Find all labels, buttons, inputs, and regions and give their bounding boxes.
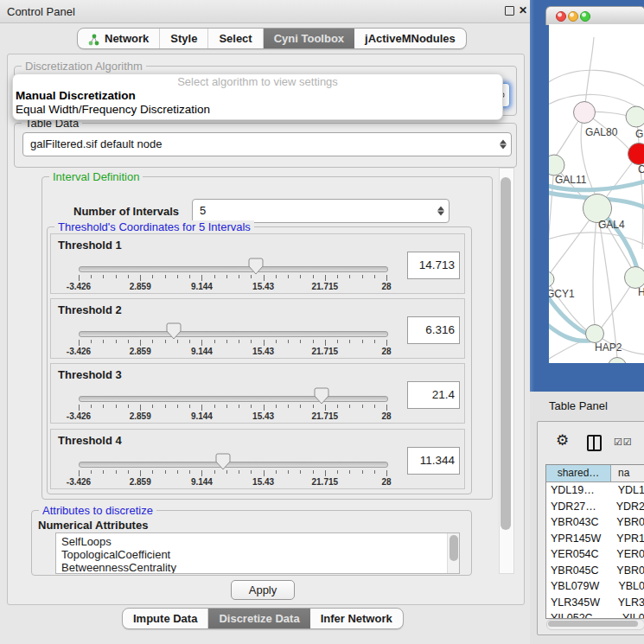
close-icon[interactable]: ✕	[519, 4, 527, 16]
tab-select[interactable]: Select	[208, 29, 263, 48]
attributes-group-title: Attributes to discretize	[39, 504, 156, 517]
slider-track[interactable]	[79, 331, 388, 337]
popup-item-equal-width-frequency-discretization[interactable]: Equal Width/Frequency Discretization	[13, 103, 502, 117]
slider-track[interactable]	[79, 266, 388, 272]
slider-tick-label: 28	[381, 411, 391, 421]
table-row[interactable]: YBR043CYBR0	[546, 514, 644, 531]
zoom-light[interactable]	[580, 11, 590, 22]
attribute-list-item[interactable]: TopologicalCoefficient	[56, 548, 459, 561]
tab-style[interactable]: Style	[160, 29, 208, 48]
threshold-value-field[interactable]: 21.4	[407, 381, 460, 409]
table-data-combobox[interactable]: galFiltered.sif default node	[22, 132, 512, 156]
slider-tick-label: 21.715	[312, 477, 339, 487]
table-row[interactable]: YBR045CYBR0	[546, 563, 644, 579]
slider-tick-label: 9.144	[191, 347, 213, 356]
table-row[interactable]: YBL079WYBL0	[546, 578, 644, 595]
threshold-value-field[interactable]: 6.316	[407, 316, 460, 344]
table-row[interactable]: YPR145WYPR1	[546, 531, 644, 547]
popup-item-manual-discretization[interactable]: Manual Discretization	[13, 89, 502, 103]
table-cell-shared-name: YBL079W	[546, 578, 611, 595]
interval-definition-title: Interval Definition	[49, 170, 143, 183]
numerical-attributes-list[interactable]: SelfLoopsTopologicalCoefficientBetweenne…	[55, 532, 460, 574]
slider-tick-label: 2.859	[130, 282, 151, 291]
table-row[interactable]: YDL19…YDL1	[546, 482, 644, 499]
network-node-hap2[interactable]	[586, 325, 604, 343]
slider-tick-label: -3.426	[67, 282, 91, 291]
bottom-tabbar: Impute DataDiscretize DataInfer Network	[122, 608, 404, 629]
table-row[interactable]: YLR345WYLR3	[546, 595, 644, 611]
slider-tick-label: 15.43	[252, 411, 274, 421]
slider-tick	[288, 275, 289, 278]
slider-thumb[interactable]	[248, 258, 264, 275]
threshold-value-field[interactable]: 14.713	[407, 252, 460, 279]
attributes-list-scrollbar[interactable]	[447, 533, 459, 573]
slider-tick	[300, 470, 301, 474]
attribute-list-item[interactable]: BetweennessCentrality	[56, 561, 459, 574]
table-row[interactable]: YDR27…YDR2	[546, 499, 644, 515]
slider-tick-label: 9.144	[191, 282, 213, 291]
threshold-value-field[interactable]: 11.344	[407, 447, 460, 475]
slider-thumb[interactable]	[215, 453, 231, 470]
gear-icon[interactable]: ⚙	[556, 431, 569, 450]
network-node-gal11[interactable]	[549, 155, 564, 175]
checkboxes-icon[interactable]: ☑☑	[614, 437, 633, 448]
slider-tick	[264, 470, 265, 476]
slider-track[interactable]	[79, 396, 388, 402]
tab-jactivemnodules[interactable]: jActiveMNodules	[354, 29, 466, 48]
slider-tick	[177, 340, 178, 343]
slider-thumb[interactable]	[166, 322, 182, 340]
threshold-1-panel: Threshold 1-3.4262.8599.14415.4321.71528…	[50, 233, 465, 294]
top-tabbar: NetworkStyleSelectCyni ToolboxjActiveMNo…	[77, 28, 467, 49]
thresholds-group-title: Threshold's Coordinates for 5 Intervals	[54, 220, 254, 233]
network-node-g[interactable]	[626, 106, 644, 127]
slider-thumb[interactable]	[314, 387, 329, 405]
slider-tick	[362, 340, 363, 343]
slider-tick	[325, 470, 326, 476]
tab-impute-data[interactable]: Impute Data	[123, 609, 208, 628]
table-header-shared[interactable]: shared…	[546, 465, 611, 481]
slider-tick	[128, 405, 129, 408]
number-of-intervals-combobox[interactable]: 5	[192, 199, 450, 223]
network-view-canvas[interactable]: GAL80GCGAL11GAL4GCY1HHAP2	[549, 24, 644, 363]
slider-tick-label: -3.426	[67, 477, 91, 487]
attribute-list-item[interactable]: SelfLoops	[56, 535, 459, 548]
float-icon[interactable]	[505, 6, 514, 16]
slider-tick	[300, 275, 301, 278]
table-header-name[interactable]: na	[611, 465, 644, 481]
tab-cyni-toolbox[interactable]: Cyni Toolbox	[264, 29, 354, 48]
network-window-titlebar[interactable]	[545, 6, 644, 25]
network-node-label: GAL4	[598, 219, 625, 231]
network-node-gal80[interactable]	[574, 102, 596, 124]
network-node-gcy1[interactable]	[549, 271, 554, 287]
close-light[interactable]	[556, 11, 566, 22]
slider-tick	[288, 405, 289, 408]
slider-tick	[79, 275, 80, 281]
slider-tick	[140, 275, 141, 281]
table-row[interactable]: YER054CYER0	[546, 546, 644, 563]
slider-tick-label: -3.426	[67, 347, 91, 356]
network-icon	[88, 34, 100, 46]
slider-tick-label: 28	[381, 477, 391, 487]
minimize-light[interactable]	[568, 11, 578, 22]
slider-tick	[103, 470, 104, 474]
tab-infer-network[interactable]: Infer Network	[310, 609, 403, 628]
network-node-h[interactable]	[625, 267, 644, 289]
network-node[interactable]	[609, 358, 627, 364]
table-row[interactable]: YIL052CYIL0	[546, 610, 644, 619]
apply-button[interactable]: Apply	[231, 580, 295, 600]
table-horizontal-scrollbar[interactable]	[546, 619, 644, 630]
slider-tick	[152, 275, 153, 278]
network-node-c[interactable]	[628, 143, 644, 165]
main-vertical-scrollbar[interactable]	[499, 168, 514, 574]
node-attribute-table[interactable]: shared… na YDL19…YDL1YDR27…YDR2YBR043CYB…	[545, 464, 644, 619]
tab-network[interactable]: Network	[78, 29, 160, 48]
slider-tick-label: 2.859	[130, 347, 151, 356]
columns-icon[interactable]	[587, 435, 602, 451]
slider-tick	[325, 275, 326, 281]
slider-track[interactable]	[79, 462, 388, 468]
popup-placeholder-item[interactable]: Select algorithm to view settings	[13, 74, 502, 89]
table-cell-shared-name: YLR345W	[546, 595, 611, 611]
algorithm-group-title: Discretization Algorithm	[22, 60, 146, 73]
tab-discretize-data[interactable]: Discretize Data	[208, 609, 309, 628]
slider-tick-label: 15.43	[252, 347, 274, 356]
